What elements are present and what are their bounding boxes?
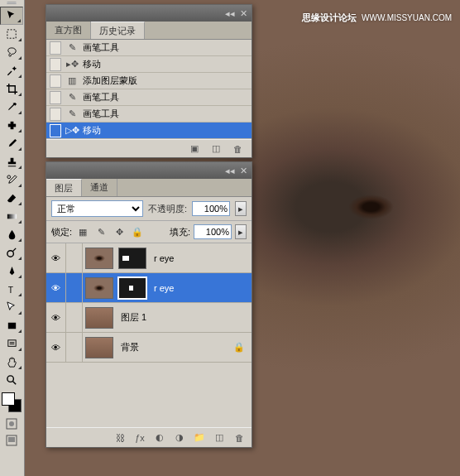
opacity-flyout-icon[interactable]: ▸ bbox=[235, 201, 247, 216]
pen-tool[interactable] bbox=[0, 262, 23, 280]
eyedropper-tool[interactable] bbox=[0, 98, 23, 116]
marquee-tool[interactable] bbox=[0, 25, 23, 43]
delete-layer-icon[interactable]: 🗑 bbox=[232, 430, 247, 445]
mask-thumbnail[interactable] bbox=[118, 277, 146, 299]
zoom-tool[interactable] bbox=[0, 371, 23, 389]
stamp-tool[interactable] bbox=[0, 152, 23, 171]
lasso-tool[interactable] bbox=[0, 43, 23, 61]
svg-point-5 bbox=[7, 250, 13, 257]
lock-label: 锁定: bbox=[51, 226, 72, 238]
layer-name[interactable]: r eye bbox=[154, 253, 174, 263]
eraser-tool[interactable] bbox=[0, 189, 23, 207]
history-panel: ◂◂ ✕ 直方图 历史记录 ✎画笔工具 ▸✥移动 ▥添加图层蒙版 ✎画笔工具 ✎… bbox=[46, 4, 252, 158]
layers-panel: ◂◂ ✕ 图层 通道 正常 不透明度: ▸ 锁定: ▦ ✎ ✥ 🔒 填充: ▸ … bbox=[46, 161, 252, 448]
panel-header[interactable]: ◂◂ ✕ bbox=[46, 162, 252, 179]
lock-transparency-icon[interactable]: ▦ bbox=[75, 224, 90, 239]
new-layer-icon[interactable]: ◫ bbox=[212, 430, 227, 445]
svg-rect-8 bbox=[7, 339, 15, 346]
layer-name[interactable]: 图层 1 bbox=[121, 311, 146, 324]
history-item[interactable]: ▥添加图层蒙版 bbox=[46, 73, 252, 89]
layer-name[interactable]: r eye bbox=[154, 283, 174, 293]
quickmask-toggle[interactable] bbox=[5, 417, 18, 430]
watermark-text: 思缘设计论坛 bbox=[302, 12, 357, 22]
tab-histogram[interactable]: 直方图 bbox=[46, 22, 91, 39]
opacity-label: 不透明度: bbox=[148, 203, 187, 215]
screenmode-toggle[interactable] bbox=[5, 434, 18, 447]
visibility-toggle[interactable]: 👁 bbox=[46, 243, 66, 273]
layer-thumbnail[interactable] bbox=[85, 337, 113, 358]
close-icon[interactable]: ✕ bbox=[238, 9, 248, 17]
path-tool[interactable] bbox=[0, 298, 23, 316]
blur-tool[interactable] bbox=[0, 225, 23, 243]
layer-row[interactable]: 👁 r eye bbox=[46, 273, 252, 303]
svg-rect-0 bbox=[7, 29, 15, 37]
history-list: ✎画笔工具 ▸✥移动 ▥添加图层蒙版 ✎画笔工具 ✎画笔工具 ▷✥移动 bbox=[46, 40, 252, 139]
crop-tool[interactable] bbox=[0, 79, 23, 98]
hand-tool[interactable] bbox=[0, 353, 23, 371]
tab-layers[interactable]: 图层 bbox=[46, 179, 82, 196]
notes-tool[interactable] bbox=[0, 334, 23, 353]
brush-tool[interactable] bbox=[0, 134, 23, 152]
lock-icon: 🔒 bbox=[233, 342, 245, 353]
history-item[interactable]: ✎画笔工具 bbox=[46, 40, 252, 56]
link-layers-icon[interactable]: ⛓ bbox=[113, 430, 127, 445]
fx-icon[interactable]: ƒx bbox=[132, 430, 147, 445]
layer-name[interactable]: 背景 bbox=[121, 341, 139, 353]
panel-header[interactable]: ◂◂ ✕ bbox=[46, 5, 252, 22]
healing-tool[interactable] bbox=[0, 116, 23, 134]
move-tool[interactable] bbox=[0, 7, 23, 25]
layer-thumbnail[interactable] bbox=[85, 307, 113, 329]
add-mask-icon[interactable]: ◐ bbox=[152, 430, 167, 445]
svg-rect-2 bbox=[10, 121, 13, 128]
history-brush-tool[interactable] bbox=[0, 171, 23, 189]
visibility-toggle[interactable]: 👁 bbox=[46, 273, 66, 303]
shape-tool[interactable] bbox=[0, 316, 23, 334]
mask-thumbnail[interactable] bbox=[118, 248, 146, 269]
layer-row[interactable]: 👁 r eye bbox=[46, 243, 252, 273]
new-group-icon[interactable]: 📁 bbox=[192, 430, 207, 445]
watermark-url: WWW.MISSYUAN.COM bbox=[362, 13, 452, 22]
tool-palette: T bbox=[0, 0, 25, 476]
minimize-icon[interactable]: ◂◂ bbox=[225, 9, 235, 17]
history-item[interactable]: ✎画笔工具 bbox=[46, 89, 252, 106]
svg-rect-4 bbox=[7, 214, 16, 219]
gradient-tool[interactable] bbox=[0, 207, 23, 225]
lock-all-icon[interactable]: 🔒 bbox=[130, 224, 145, 239]
wand-tool[interactable] bbox=[0, 61, 23, 79]
trash-icon[interactable]: 🗑 bbox=[230, 142, 245, 156]
history-item[interactable]: ✎画笔工具 bbox=[46, 106, 252, 123]
svg-point-9 bbox=[7, 375, 13, 382]
blend-mode-select[interactable]: 正常 bbox=[51, 200, 143, 217]
new-snapshot-icon[interactable]: ▣ bbox=[187, 142, 202, 156]
svg-point-3 bbox=[7, 175, 10, 178]
lock-position-icon[interactable]: ✥ bbox=[112, 224, 127, 239]
svg-rect-7 bbox=[7, 322, 15, 329]
opacity-input[interactable] bbox=[192, 201, 230, 216]
type-tool[interactable]: T bbox=[0, 280, 23, 298]
color-swatch[interactable] bbox=[2, 392, 22, 412]
visibility-toggle[interactable]: 👁 bbox=[46, 303, 66, 333]
svg-text:T: T bbox=[7, 286, 13, 295]
svg-rect-13 bbox=[8, 437, 15, 442]
dodge-tool[interactable] bbox=[0, 243, 23, 262]
new-doc-icon[interactable]: ◫ bbox=[208, 142, 223, 156]
tab-history[interactable]: 历史记录 bbox=[91, 22, 145, 39]
history-item[interactable]: ▷✥移动 bbox=[46, 123, 252, 139]
svg-point-11 bbox=[9, 421, 14, 426]
history-item[interactable]: ▸✥移动 bbox=[46, 56, 252, 73]
adjustment-icon[interactable]: ◑ bbox=[172, 430, 187, 445]
layer-thumbnail[interactable] bbox=[85, 248, 113, 269]
layer-row[interactable]: 👁 背景 🔒 bbox=[46, 333, 252, 363]
tab-channels[interactable]: 通道 bbox=[82, 179, 117, 196]
layer-thumbnail[interactable] bbox=[85, 277, 113, 299]
lock-paint-icon[interactable]: ✎ bbox=[93, 224, 108, 239]
close-icon[interactable]: ✕ bbox=[238, 166, 248, 175]
minimize-icon[interactable]: ◂◂ bbox=[225, 166, 235, 175]
fill-flyout-icon[interactable]: ▸ bbox=[235, 224, 247, 239]
visibility-toggle[interactable]: 👁 bbox=[46, 333, 66, 363]
fill-label: 填充: bbox=[170, 226, 190, 238]
fill-input[interactable] bbox=[194, 224, 232, 239]
layer-row[interactable]: 👁 图层 1 bbox=[46, 303, 252, 333]
